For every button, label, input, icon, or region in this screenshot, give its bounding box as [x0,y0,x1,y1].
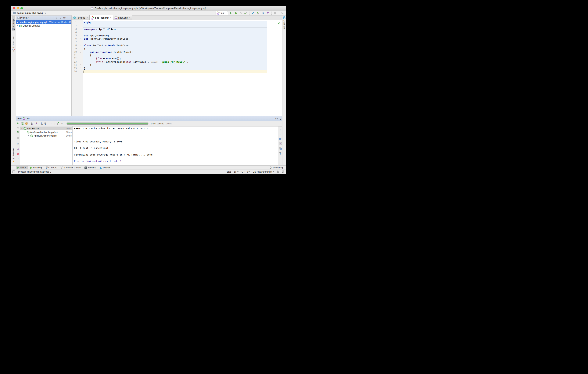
more-actions-chevron[interactable]: » [60,122,63,125]
toolwindow-version-control-button[interactable]: 9: Version Control [59,166,82,169]
recent-changes-button[interactable] [261,11,265,15]
rerun-with-coverage-button[interactable] [16,131,20,133]
expand-all-button[interactable] [40,122,43,125]
update-project-button[interactable] [251,11,255,15]
debug-button[interactable] [234,11,238,15]
collapse-arrow-icon[interactable]: ▼ [24,131,26,133]
project-view-selector[interactable]: Project ▼ [17,17,30,19]
run-with-coverage-button[interactable] [239,11,243,15]
rerun-button[interactable] [16,122,20,125]
tab-footest-php[interactable]: php FooTest.php ✕ [90,15,113,20]
close-panel-button[interactable]: ✕ [16,153,20,155]
close-window-button[interactable] [13,7,15,9]
lock-icon[interactable] [277,171,279,173]
sort-alphabetically-button[interactable]: az [31,122,34,125]
project-view-icon [17,17,20,19]
next-occurrence-button[interactable]: ↓ [279,133,282,136]
favorites-star-icon: ★ [12,160,15,163]
restore-layout-button[interactable] [16,142,20,145]
hide-panel-button[interactable]: ↓ [280,117,281,120]
search-everywhere-button[interactable] [281,11,285,15]
fold-marker-icon[interactable]: ⌃ [80,37,81,40]
stop-button[interactable] [273,11,277,15]
import-test-results-button[interactable] [57,122,60,125]
next-failed-test-button[interactable]: ↓ [53,122,56,125]
line-ending-widget[interactable]: LF [234,171,239,173]
tab-index-php[interactable]: php index.php ✕ [113,15,132,20]
git-branch-widget[interactable]: Git: feature/phpunit [253,171,274,173]
gutter-line-12: 12 [72,57,83,60]
commit-changes-button[interactable] [256,11,260,15]
rerun-failed-tests-button[interactable] [16,126,20,129]
fold-marker-icon[interactable]: ⌄ [80,34,81,37]
expand-arrow-icon[interactable]: ▶ [17,21,19,23]
code-pane[interactable]: <?phpnamespace AppTest\Acme;use App\Acme… [83,20,282,116]
encoding-widget[interactable]: UTF-8 [242,171,250,173]
sort-by-duration-button[interactable] [34,122,37,125]
listen-php-debug-button[interactable] [244,11,248,15]
help-button[interactable]: ? [16,157,20,160]
fold-marker-icon[interactable]: ⌄ [80,44,81,47]
previous-failed-test-button[interactable]: ↑ [50,122,53,125]
svg-text:a: a [32,122,33,124]
event-log-button[interactable]: Event Log [268,166,284,169]
sidebar-item-favorites[interactable]: 2: Favorites ★ [12,146,15,164]
run-button[interactable] [229,11,233,15]
fold-marker-icon[interactable]: ⌄ [80,51,81,54]
editor-body[interactable]: 12345⌄6⌃78⌄910⌄11121314⌃15⌃16 <?phpnames… [72,20,282,116]
close-icon[interactable]: ✕ [110,17,112,19]
toolwindow-terminal-button[interactable]: Terminal [83,166,98,169]
hide-panel-button[interactable] [68,17,70,19]
stop-button[interactable] [16,136,20,139]
show-passed-toggle[interactable] [21,122,24,125]
run-configuration-selector[interactable]: php✓ test ▼ [216,11,228,15]
test-tree-row-class[interactable]: ▶ AppTest\Acme\FooTest 10ms [20,134,72,137]
toolwindow-docker-button[interactable]: Docker [98,166,111,169]
soft-wrap-toggle[interactable] [279,137,282,141]
pin-tab-button[interactable] [16,148,20,151]
previous-occurrence-button[interactable]: ↑ [279,128,282,131]
sidebar-item-project[interactable]: 1: Project [12,16,15,31]
collapse-all-button[interactable] [44,122,47,125]
debug-icon [30,166,32,169]
close-icon[interactable]: ✕ [86,17,88,19]
run-panel-header[interactable]: Run php✓ test ⚙▼ ↓ [16,116,282,121]
toolwindow-switcher-icon[interactable] [12,171,15,173]
breadcrumb[interactable]: docker-nginx-php-mysql ❯ [13,12,46,14]
project-panel-header: Project ▼ ⚙▼ [16,16,71,20]
zoom-window-button[interactable] [21,7,23,9]
close-icon[interactable]: ✕ [129,17,131,19]
expand-arrow-icon[interactable]: ▶ [17,25,19,27]
minimize-window-button[interactable] [17,7,19,9]
show-ignored-toggle[interactable] [25,122,28,125]
tree-row-project-root[interactable]: ▶ docker-nginx-php-mysql ~/Workspace/Doc… [16,20,71,24]
test-console-output[interactable]: PHPUnit 6.3.0 by Sebastian Bergmann and … [73,127,278,165]
toolwindow-run-button[interactable]: 4: Run [16,166,28,169]
collapse-arrow-icon[interactable]: ▼ [21,128,23,129]
tree-row-external-libraries[interactable]: ▶ External Libraries [16,24,71,27]
collapse-all-button[interactable] [59,17,62,19]
settings-gear-icon[interactable]: ⚙▼ [275,117,278,120]
test-tree-row-suite[interactable]: ▼ /var/www/html/web/app/test 10ms [20,130,72,134]
breadcrumb-project[interactable]: docker-nginx-php-mysql [17,12,43,14]
scroll-to-end-toggle[interactable] [279,142,282,145]
fold-marker-icon[interactable]: ⌃ [80,67,81,70]
print-button[interactable] [279,147,282,150]
tab-foo-php[interactable]: C Foo.php ✕ [72,15,90,20]
inspection-status-ok-icon[interactable] [278,22,281,24]
sidebar-item-structure[interactable]: 7: Structure [12,34,15,52]
highlighting-level-icon[interactable] [282,171,284,173]
toolwindow-debug-button[interactable]: 5: Debug [28,166,43,169]
caret-position-widget[interactable]: 16:1 [227,171,231,173]
test-tree-row-root[interactable]: ▼ Test Results 10ms [20,127,72,130]
rollback-button[interactable]: ↶ [266,11,270,15]
clear-all-button[interactable] [279,152,282,155]
code-line-16 [83,70,267,73]
breadcrumb-chevron-icon: ❯ [44,12,46,14]
scroll-from-source-button[interactable] [55,17,58,19]
fold-marker-icon[interactable]: ⌃ [80,64,81,66]
sidebar-item-database[interactable]: Database [283,16,285,31]
settings-gear-icon[interactable]: ⚙▼ [63,17,66,19]
toolwindow-todo-button[interactable]: 6: TODO [44,166,59,169]
expand-arrow-icon[interactable]: ▶ [28,135,30,137]
